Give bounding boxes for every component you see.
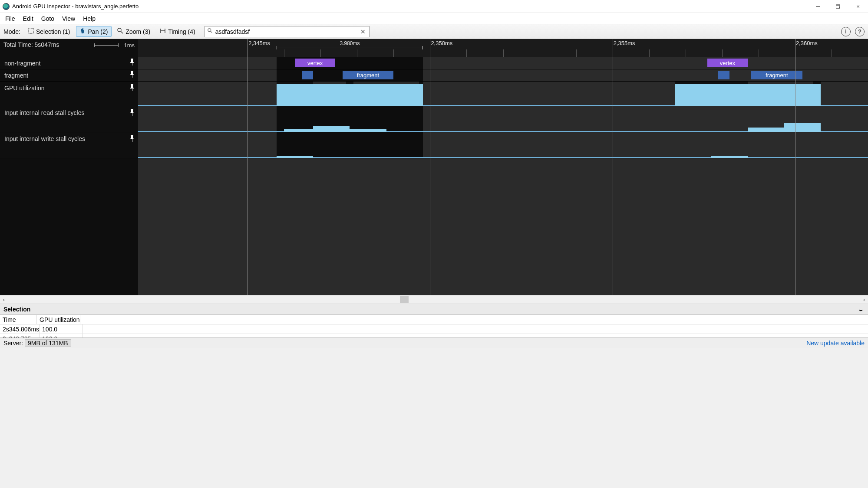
write-bar[interactable] — [711, 156, 748, 158]
maximize-button[interactable] — [828, 0, 848, 13]
read-bar[interactable] — [784, 123, 821, 132]
track-label: fragment — [4, 71, 28, 80]
time-ruler[interactable]: Total Time: 5s047ms 1ms 2,345ms 2,350ms … — [0, 39, 868, 57]
info-icon[interactable]: i — [841, 27, 851, 36]
track-label: non-fragment — [4, 59, 40, 68]
tick-label-3: 2,360ms — [796, 40, 818, 46]
close-button[interactable] — [848, 0, 868, 13]
table-row[interactable]: 2s348.785ms 100.0 — [0, 334, 868, 337]
mode-zoom[interactable]: Zoom (3) — [113, 26, 154, 37]
gpu-area-2[interactable] — [675, 84, 821, 106]
selection-table: Time GPU utilization 2s345.806ms 100.0 2… — [0, 315, 868, 337]
total-time-label: Total Time: 5s047ms — [3, 40, 59, 49]
search-clear-icon[interactable]: ✕ — [357, 28, 369, 35]
status-bar: Server: 9MB of 131MB New update availabl… — [0, 337, 868, 348]
event-frag-pre1[interactable] — [302, 71, 313, 79]
selection-header-row: Time GPU utilization — [0, 315, 868, 324]
chevron-down-icon[interactable]: ⌄ — [857, 306, 865, 312]
scroll-track[interactable] — [8, 296, 860, 303]
track-content[interactable]: fragment fragment — [138, 69, 868, 81]
tick-label-0: 2,345ms — [248, 40, 270, 46]
mode-zoom-label: Zoom (3) — [125, 28, 150, 35]
mode-label: Mode: — [3, 28, 20, 35]
menu-goto[interactable]: Goto — [38, 13, 58, 24]
write-bar[interactable] — [277, 156, 313, 158]
read-bar[interactable] — [748, 128, 784, 132]
counter-baseline — [138, 157, 868, 158]
track-content[interactable] — [138, 132, 868, 158]
track-content[interactable]: vertex vertex — [138, 57, 868, 69]
app-icon — [3, 3, 10, 10]
mode-timing[interactable]: Timing (4) — [156, 26, 199, 37]
col-time[interactable]: Time — [0, 315, 37, 324]
pin-icon[interactable] — [129, 59, 135, 68]
tick-label-2: 2,355ms — [614, 40, 635, 46]
timeline-empty[interactable] — [0, 158, 868, 295]
scroll-left-icon[interactable]: ‹ — [0, 296, 8, 304]
ruler-label-col: Total Time: 5s047ms 1ms — [0, 39, 138, 57]
event-frag-2[interactable]: fragment — [751, 71, 802, 79]
col-gpuutil[interactable]: GPU utilization — [37, 315, 80, 324]
window-title: Android GPU Inspector - brawlstars_angle… — [12, 3, 139, 10]
cell-time: 2s345.806ms — [0, 324, 40, 334]
svg-rect-0 — [28, 28, 33, 33]
event-frag-1[interactable]: fragment — [343, 71, 394, 79]
mode-selection-label: Selection (1) — [36, 28, 70, 35]
cell-time: 2s348.785ms — [0, 334, 40, 337]
menu-help[interactable]: Help — [79, 13, 99, 24]
update-available-link[interactable]: New update available — [806, 340, 865, 347]
scale-unit-bar — [95, 45, 119, 46]
gpu-area-1[interactable] — [277, 84, 422, 106]
track-label: GPU utilization — [4, 83, 45, 93]
mode-pan[interactable]: Pan (2) — [76, 26, 112, 37]
help-icon[interactable]: ? — [855, 27, 865, 36]
minimize-button[interactable] — [808, 0, 828, 13]
timeline-view[interactable]: Total Time: 5s047ms 1ms 2,345ms 2,350ms … — [0, 39, 868, 295]
cell-val: 100.0 — [40, 334, 83, 337]
pin-icon[interactable] — [129, 135, 135, 144]
range-label: 3.980ms — [277, 40, 422, 46]
pin-icon[interactable] — [129, 71, 135, 80]
track-gpu-util[interactable]: GPU utilization — [0, 82, 868, 106]
timing-icon — [160, 28, 166, 35]
read-bar[interactable] — [284, 129, 313, 132]
track-read-stall[interactable]: Input internal read stall cycles — [0, 106, 868, 132]
zoom-icon — [117, 28, 123, 35]
event-frag-pre2[interactable] — [718, 71, 729, 79]
search-box[interactable]: ✕ — [205, 26, 370, 37]
range-indicator: 3.980ms — [277, 42, 422, 47]
track-write-stall[interactable]: Input internal write stall cycles — [0, 132, 868, 158]
memory-usage[interactable]: 9MB of 131MB — [25, 339, 71, 347]
menu-edit[interactable]: Edit — [20, 13, 37, 24]
track-label: Input internal write stall cycles — [4, 134, 85, 144]
track-content[interactable] — [138, 106, 868, 132]
scale-unit-label: 1ms — [124, 41, 135, 50]
selection-header[interactable]: Selection ⌄ — [0, 304, 868, 315]
scroll-right-icon[interactable]: › — [860, 296, 868, 304]
mode-selection[interactable]: Selection (1) — [24, 26, 74, 37]
window-controls — [808, 0, 868, 13]
mode-pan-label: Pan (2) — [88, 28, 108, 35]
table-row[interactable]: 2s345.806ms 100.0 — [0, 324, 868, 334]
track-nonfrag[interactable]: non-fragment vertex vertex — [0, 57, 868, 69]
hand-icon — [80, 28, 86, 35]
read-bar[interactable] — [350, 129, 386, 132]
track-frag[interactable]: fragment fragment fragment — [0, 69, 868, 82]
menu-view[interactable]: View — [59, 13, 79, 24]
read-bar[interactable] — [313, 126, 350, 132]
menu-file[interactable]: File — [2, 13, 19, 24]
ruler-content[interactable]: 2,345ms 2,350ms 2,355ms 2,360ms 3.980ms — [138, 39, 868, 57]
menu-bar: File Edit Goto View Help — [0, 13, 868, 24]
event-vertex-2[interactable]: vertex — [707, 59, 747, 67]
pin-icon[interactable] — [129, 109, 135, 118]
svg-point-2 — [208, 29, 211, 32]
horizontal-scrollbar[interactable]: ‹ › — [0, 295, 868, 304]
track-content[interactable] — [138, 82, 868, 106]
toolbar: Mode: Selection (1) Pan (2) Zoom (3) Tim… — [0, 24, 868, 39]
event-vertex-1[interactable]: vertex — [295, 59, 335, 67]
pin-icon[interactable] — [129, 84, 135, 94]
search-icon — [205, 28, 215, 35]
scroll-thumb[interactable] — [400, 296, 409, 303]
cell-val: 100.0 — [40, 324, 83, 334]
search-input[interactable] — [215, 28, 357, 35]
